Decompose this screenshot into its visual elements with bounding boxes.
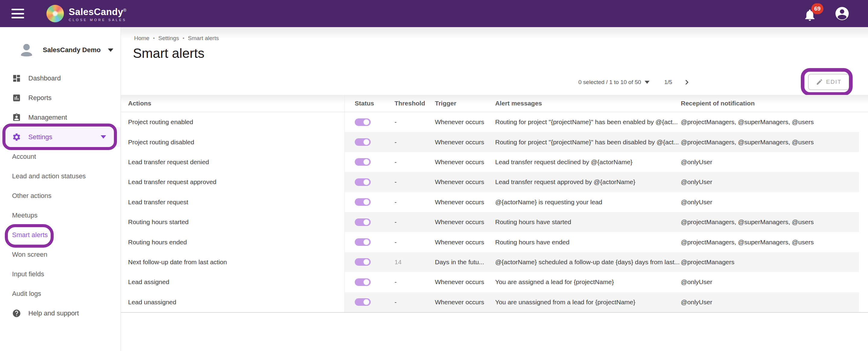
status-toggle[interactable]	[355, 119, 371, 126]
brand-logo: SalesCandy® CLOSE MORE SALES	[46, 5, 127, 22]
threshold-cell: -	[394, 232, 434, 252]
sidebar-item-dashboard[interactable]: Dashboard	[0, 68, 121, 88]
table-row: Project routing enabled - Whenever occur…	[121, 112, 868, 132]
selection-range-dropdown[interactable]: 0 selected / 1 to 10 of 50	[578, 69, 650, 95]
column-header-status: Status	[345, 95, 394, 112]
threshold-cell: -	[394, 152, 434, 172]
smart-alerts-page: SalesCandy® CLOSE MORE SALES 69 SalesCan…	[0, 0, 868, 351]
brand-name: SalesCandy®	[69, 5, 127, 17]
notifications-button[interactable]: 69	[803, 6, 817, 22]
status-cell	[345, 192, 394, 212]
status-cell	[345, 172, 394, 192]
sidebar-item-management[interactable]: Management	[0, 107, 121, 127]
breadcrumb-smart-alerts: Smart alerts	[188, 35, 219, 41]
action-cell: Lead transfer request denied	[121, 152, 345, 172]
sidebar-item-audit-logs[interactable]: Audit logs	[0, 284, 121, 304]
alert-message-cell: You are unassigned from a lead for {proj…	[495, 292, 681, 312]
gutter-cell	[859, 292, 868, 312]
menu-icon[interactable]	[11, 9, 24, 19]
column-header-trigger: Trigger	[434, 95, 495, 112]
edit-button[interactable]: EDIT	[808, 74, 849, 90]
gutter-cell	[859, 112, 868, 132]
alert-message-cell: Lead transfer request declined by @{acto…	[495, 152, 681, 172]
table-row: Routing hours started - Whenever occurs …	[121, 212, 868, 232]
status-cell	[345, 112, 394, 132]
trigger-cell: Whenever occurs	[434, 112, 495, 132]
table-row: Lead transfer request - Whenever occurs …	[121, 192, 868, 212]
breadcrumb-home[interactable]: Home	[134, 35, 150, 41]
gutter-cell	[859, 192, 868, 212]
sidebar-item-lead-and-action-statuses[interactable]: Lead and action statuses	[0, 166, 121, 186]
next-page-button[interactable]	[682, 69, 692, 95]
trigger-cell: Whenever occurs	[434, 172, 495, 192]
sidebar-item-reports[interactable]: Reports	[0, 88, 121, 107]
status-cell	[345, 292, 394, 312]
status-toggle[interactable]	[355, 238, 371, 246]
status-toggle[interactable]	[355, 298, 371, 306]
pencil-icon	[816, 78, 823, 86]
sidebar-item-meetups[interactable]: Meetups	[0, 205, 121, 225]
breadcrumb-separator: •	[153, 36, 155, 41]
sidebar-item-input-fields[interactable]: Input fields	[0, 264, 121, 284]
status-cell	[345, 212, 394, 232]
breadcrumb-separator: •	[183, 36, 184, 41]
sidebar-item-account[interactable]: Account	[0, 147, 121, 166]
table-row: Project routing disabled - Whenever occu…	[121, 132, 868, 152]
sidebar-item-smart-alerts[interactable]: Smart alerts	[0, 225, 121, 245]
profile-switcher[interactable]: SalesCandy Demo	[0, 36, 121, 64]
status-toggle[interactable]	[355, 158, 371, 166]
notification-badge: 69	[811, 3, 824, 14]
dashboard-icon	[12, 74, 21, 83]
gutter-cell	[859, 232, 868, 252]
table-row: Routing hours ended - Whenever occurs Ro…	[121, 232, 868, 252]
recipient-cell: @projectManagers, @superManagers, @users	[681, 232, 859, 252]
sidebar-item-help-and-support[interactable]: Help and support	[0, 304, 121, 323]
alert-message-cell: Routing for project "{projectName}" has …	[495, 132, 681, 152]
status-toggle[interactable]	[355, 178, 371, 186]
recipient-cell: @projectManagers, @superManagers, @users	[681, 132, 859, 152]
alert-message-cell: @{actorName} is requesting your lead	[495, 192, 681, 212]
main-content: Home • Settings • Smart alerts Smart ale…	[121, 27, 868, 351]
action-cell: Lead transfer request	[121, 192, 345, 212]
toggle-knob	[364, 179, 369, 185]
toggle-knob	[364, 119, 369, 125]
status-cell	[345, 252, 394, 272]
sidebar-item-won-screen[interactable]: Won screen	[0, 245, 121, 264]
threshold-cell: -	[394, 192, 434, 212]
sidebar-item-other-actions[interactable]: Other actions	[0, 186, 121, 205]
caret-down-icon	[645, 81, 650, 84]
account-button[interactable]	[835, 6, 849, 21]
trigger-cell: Whenever occurs	[434, 292, 495, 312]
toggle-knob	[364, 199, 369, 205]
table-toolbar: 0 selected / 1 to 10 of 50 1/5 EDIT	[121, 69, 868, 95]
status-toggle[interactable]	[355, 258, 371, 266]
table-row: Lead assigned - Whenever occurs You are …	[121, 272, 868, 292]
trigger-cell: Whenever occurs	[434, 132, 495, 152]
status-toggle[interactable]	[355, 278, 371, 286]
status-toggle[interactable]	[355, 218, 371, 226]
recipient-cell: @onlyUser	[681, 272, 859, 292]
person-badge-icon	[12, 113, 21, 122]
alert-message-cell: Routing hours have ended	[495, 232, 681, 252]
threshold-cell: -	[394, 112, 434, 132]
gutter-cell	[859, 152, 868, 172]
column-header-threshold: Threshold	[394, 95, 434, 112]
table-body: Project routing enabled - Whenever occur…	[121, 112, 868, 313]
alert-message-cell: Routing for project "{projectName}" has …	[495, 112, 681, 132]
gutter-cell	[859, 252, 868, 272]
breadcrumb-settings[interactable]: Settings	[158, 35, 179, 41]
action-cell: Next follow-up date from last action	[121, 252, 345, 272]
action-cell: Lead unassigned	[121, 292, 345, 312]
threshold-cell: -	[394, 272, 434, 292]
brand-tagline: CLOSE MORE SALES	[69, 18, 127, 22]
table-row: Lead transfer request denied - Whenever …	[121, 152, 868, 172]
recipient-cell: @projectManagers, @superManagers, @users	[681, 212, 859, 232]
status-toggle[interactable]	[355, 138, 371, 146]
toggle-knob	[364, 159, 369, 165]
alert-message-cell: Routing hours have started	[495, 212, 681, 232]
profile-avatar-icon	[17, 40, 36, 60]
bar-chart-icon	[12, 93, 21, 102]
sidebar-item-settings[interactable]: Settings	[0, 127, 121, 147]
caret-down-icon	[101, 135, 106, 138]
status-toggle[interactable]	[355, 198, 371, 206]
